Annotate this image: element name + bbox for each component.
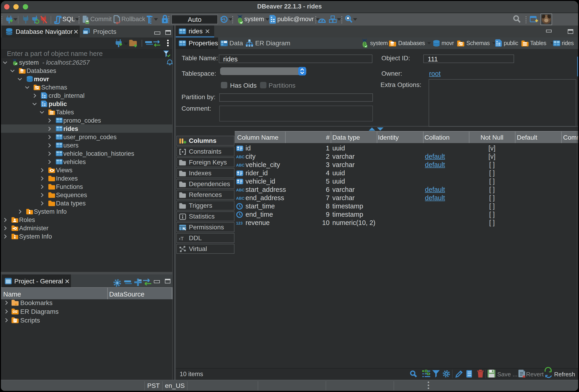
- svg-text:ABC: ABC: [236, 188, 245, 192]
- svg-text:ABC: ABC: [236, 196, 245, 201]
- svg-text:ABC: ABC: [236, 163, 245, 168]
- svg-text:‹T: ‹T: [179, 236, 184, 242]
- svg-text:ABC: ABC: [236, 155, 245, 159]
- svg-text:‹›: ‹›: [224, 43, 226, 47]
- svg-text:123: 123: [236, 221, 242, 225]
